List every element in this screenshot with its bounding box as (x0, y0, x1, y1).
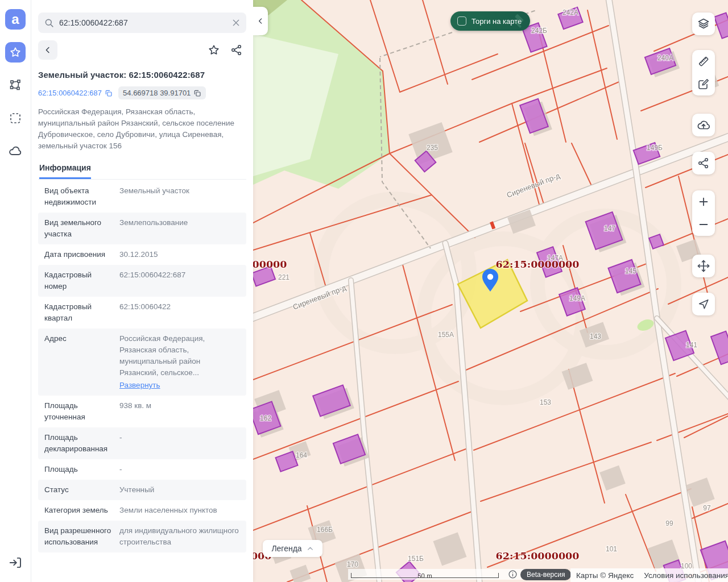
table-row: Дата присвоения 30.12.2015 (38, 244, 246, 265)
parcel-label: 97 (703, 504, 711, 512)
pan-button[interactable] (692, 255, 715, 277)
scale-bar: 50 m (348, 569, 532, 580)
address-short: Российская Федерация, Рязанская область,… (119, 334, 205, 377)
auction-toggle[interactable]: Торги на карте (450, 11, 530, 31)
expand-address-link[interactable]: Развернуть (119, 380, 160, 391)
parcel-label: 147 (604, 225, 615, 232)
table-row: Кадастровый номер 62:15:0060422:687 (38, 265, 246, 297)
measure-tools-group (692, 50, 715, 95)
parcel-label: 101 (606, 545, 617, 553)
clear-search-icon[interactable] (231, 18, 241, 27)
area-select-button[interactable] (5, 108, 26, 128)
polygon-select-button[interactable] (5, 75, 26, 95)
object-header-row (38, 40, 246, 60)
cadastral-map[interactable]: 242А 242Б 240А 235 149Б 147 147А 145 221… (253, 0, 728, 582)
parcel-label: 155А (438, 331, 454, 339)
legend-button[interactable]: Легенда (263, 540, 322, 557)
search-bar[interactable] (38, 13, 246, 33)
login-button[interactable] (5, 552, 26, 573)
search-input[interactable] (59, 18, 231, 27)
cadastral-number-text: 62:15:0060422:687 (38, 89, 102, 97)
favorite-star-button[interactable] (208, 44, 220, 56)
upload-button[interactable] (692, 114, 715, 136)
exit-arrow-icon (8, 555, 23, 570)
map-copyright[interactable]: Карты © Яндекс (576, 571, 634, 580)
pan-arrows-icon (697, 259, 710, 273)
table-row: Вид земельного участка Землепользование (38, 213, 246, 244)
scale-bracket: 50 m (351, 573, 499, 578)
dashed-square-icon (9, 111, 22, 125)
chevron-left-icon (43, 45, 53, 55)
cloud-upload-icon (696, 118, 711, 132)
map-share-button[interactable] (692, 152, 715, 174)
locate-button[interactable] (692, 293, 715, 315)
logo-letter: a (11, 11, 19, 27)
table-row: Статус Учтенный (38, 480, 246, 500)
legend-label: Легенда (271, 544, 301, 553)
parcel-label: 242А (562, 9, 578, 16)
polygon-select-icon (9, 78, 22, 92)
parcel-label: 221 (278, 273, 289, 281)
layers-button[interactable] (692, 13, 715, 35)
copy-icon[interactable] (105, 89, 113, 97)
cadastral-number-chip[interactable]: 62:15:0060422:687 (38, 89, 113, 97)
ruler-button[interactable] (692, 50, 715, 73)
parcel-label: 242Б (531, 27, 547, 35)
parcel-label: 240А (657, 54, 673, 62)
parcel-label: 149А (569, 294, 585, 302)
parcel-label: 141 (686, 341, 697, 349)
table-row: Площадь - (38, 459, 246, 480)
quarter-label: 62:15:0000000 (496, 550, 580, 562)
map-canvas: 242А 242Б 240А 235 149Б 147 147А 145 221… (253, 0, 728, 582)
beta-badge: Beta-версия (520, 569, 571, 580)
table-row: Кадастровый квартал 62:15:0060422 (38, 297, 246, 329)
zoom-out-button[interactable] (692, 213, 715, 236)
object-address: Российская Федерация, Рязанская область,… (38, 106, 246, 152)
table-row-address: Адрес Российская Федерация, Рязанская об… (38, 329, 246, 396)
table-row: Вид разрешенного использования для индив… (38, 521, 246, 552)
share-icon (697, 157, 710, 169)
collapse-panel-button[interactable] (253, 7, 268, 35)
zoom-in-button[interactable] (692, 190, 715, 213)
quarter-label: 62:15:0000000 (496, 259, 580, 270)
share-button[interactable] (230, 44, 243, 56)
auction-checkbox[interactable] (457, 16, 466, 26)
info-button[interactable] (508, 569, 518, 579)
chevron-up-icon (307, 545, 314, 552)
parcel-label: 153 (540, 398, 551, 406)
cloud-icon (8, 144, 23, 159)
parcel-label: 151Б (408, 555, 424, 563)
back-button[interactable] (38, 40, 57, 60)
copy-icon[interactable] (193, 89, 201, 97)
table-row: Вид объекта недвижимости Земельный участ… (38, 181, 246, 213)
scale-label: 50 m (417, 573, 432, 579)
zoom-controls (692, 190, 715, 236)
app-window: a (0, 0, 728, 582)
parcel-label: 166Б (317, 526, 333, 534)
quarter-label: 62:15:0000000 (253, 259, 287, 270)
coordinates-text: 54.669718 39.91701 (123, 89, 191, 97)
icon-rail: a (0, 0, 31, 582)
tab-information[interactable]: Информация (39, 160, 91, 179)
app-logo[interactable]: a (5, 9, 26, 30)
parcel-label: 143 (590, 332, 601, 340)
layers-icon (697, 17, 710, 31)
tabs-bar: Информация (38, 160, 246, 180)
favorites-button[interactable] (5, 42, 26, 63)
star-icon (9, 46, 22, 59)
table-row: Категория земель Земли населенных пункто… (38, 500, 246, 521)
parcel-label: 164 (296, 451, 307, 459)
coordinates-chip[interactable]: 54.669718 39.91701 (118, 86, 206, 99)
table-row: Площадь декларированная - (38, 427, 246, 459)
edit-button[interactable] (692, 73, 715, 95)
parcel-label: 235 (427, 144, 438, 152)
chips-row: 62:15:0060422:687 54.669718 39.91701 (38, 86, 246, 99)
cloud-button[interactable] (5, 141, 26, 161)
info-table: Вид объекта недвижимости Земельный участ… (38, 181, 246, 552)
object-title: Земельный участок: 62:15:0060422:687 (38, 70, 246, 80)
parcel-label: 162 (260, 414, 271, 422)
parcel-label: 145 (625, 267, 636, 275)
table-row: Площадь уточненная 938 кв. м (38, 396, 246, 427)
search-icon (44, 18, 55, 28)
terms-link[interactable]: Условия использования (644, 571, 728, 580)
